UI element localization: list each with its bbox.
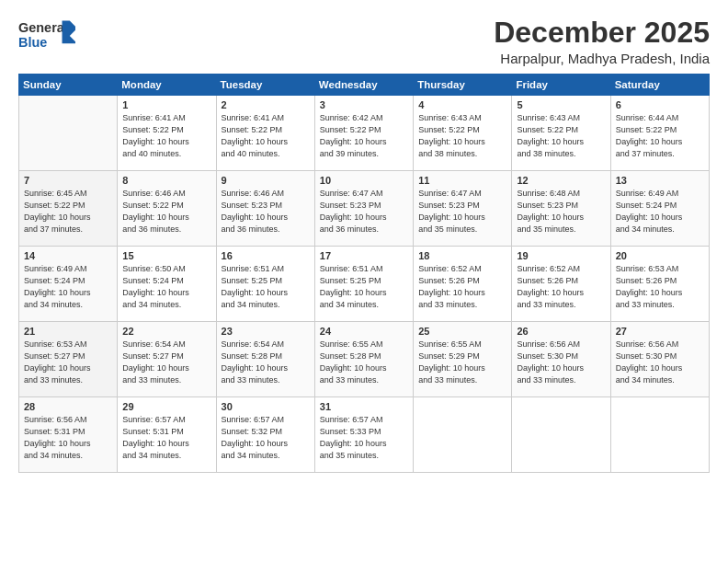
header-cell-thursday: Thursday bbox=[414, 75, 512, 96]
day-info: Sunrise: 6:42 AMSunset: 5:22 PMDaylight:… bbox=[320, 112, 408, 160]
day-number: 20 bbox=[616, 250, 704, 261]
header-row: SundayMondayTuesdayWednesdayThursdayFrid… bbox=[19, 75, 710, 96]
day-number: 7 bbox=[24, 175, 112, 186]
day-info: Sunrise: 6:57 AMSunset: 5:31 PMDaylight:… bbox=[122, 414, 210, 462]
day-info: Sunrise: 6:57 AMSunset: 5:32 PMDaylight:… bbox=[222, 414, 310, 462]
day-number: 30 bbox=[222, 401, 310, 412]
day-info: Sunrise: 6:56 AMSunset: 5:30 PMDaylight:… bbox=[517, 339, 605, 386]
day-cell: 31Sunrise: 6:57 AMSunset: 5:33 PMDayligh… bbox=[314, 397, 413, 473]
day-info: Sunrise: 6:57 AMSunset: 5:33 PMDaylight:… bbox=[320, 414, 408, 462]
page: General Blue December 2025 Harpalpur, Ma… bbox=[0, 0, 728, 563]
day-number: 11 bbox=[418, 175, 506, 186]
day-info: Sunrise: 6:53 AMSunset: 5:27 PMDaylight:… bbox=[24, 339, 112, 386]
day-number: 23 bbox=[222, 326, 310, 337]
week-row-4: 21Sunrise: 6:53 AMSunset: 5:27 PMDayligh… bbox=[19, 322, 710, 397]
day-cell: 24Sunrise: 6:55 AMSunset: 5:28 PMDayligh… bbox=[314, 322, 413, 397]
day-number: 3 bbox=[320, 99, 408, 110]
day-number: 9 bbox=[222, 175, 310, 186]
day-cell: 5Sunrise: 6:43 AMSunset: 5:22 PMDaylight… bbox=[512, 96, 610, 171]
day-number: 1 bbox=[122, 99, 210, 110]
calendar-table: SundayMondayTuesdayWednesdayThursdayFrid… bbox=[18, 74, 710, 473]
day-number: 13 bbox=[616, 175, 704, 186]
header-cell-wednesday: Wednesday bbox=[314, 75, 413, 96]
day-info: Sunrise: 6:56 AMSunset: 5:30 PMDaylight:… bbox=[616, 339, 704, 386]
day-info: Sunrise: 6:49 AMSunset: 5:24 PMDaylight:… bbox=[24, 263, 112, 311]
day-info: Sunrise: 6:43 AMSunset: 5:22 PMDaylight:… bbox=[418, 112, 506, 160]
day-number: 26 bbox=[517, 326, 605, 337]
day-cell: 6Sunrise: 6:44 AMSunset: 5:22 PMDaylight… bbox=[610, 96, 709, 171]
day-number: 5 bbox=[517, 99, 605, 110]
day-cell bbox=[414, 397, 512, 473]
day-cell: 12Sunrise: 6:48 AMSunset: 5:23 PMDayligh… bbox=[512, 171, 610, 247]
day-number: 31 bbox=[320, 401, 408, 412]
week-row-3: 14Sunrise: 6:49 AMSunset: 5:24 PMDayligh… bbox=[19, 247, 710, 322]
day-number: 10 bbox=[320, 175, 408, 186]
day-number: 17 bbox=[320, 250, 408, 261]
day-cell: 22Sunrise: 6:54 AMSunset: 5:27 PMDayligh… bbox=[118, 322, 216, 397]
day-info: Sunrise: 6:51 AMSunset: 5:25 PMDaylight:… bbox=[320, 263, 408, 311]
day-cell: 7Sunrise: 6:45 AMSunset: 5:22 PMDaylight… bbox=[19, 171, 118, 247]
day-info: Sunrise: 6:49 AMSunset: 5:24 PMDaylight:… bbox=[616, 188, 704, 236]
week-row-1: 1Sunrise: 6:41 AMSunset: 5:22 PMDaylight… bbox=[19, 96, 710, 171]
day-info: Sunrise: 6:41 AMSunset: 5:22 PMDaylight:… bbox=[222, 112, 310, 160]
day-info: Sunrise: 6:55 AMSunset: 5:29 PMDaylight:… bbox=[418, 339, 506, 386]
day-info: Sunrise: 6:41 AMSunset: 5:22 PMDaylight:… bbox=[122, 112, 210, 160]
day-cell: 19Sunrise: 6:52 AMSunset: 5:26 PMDayligh… bbox=[512, 247, 610, 322]
day-info: Sunrise: 6:48 AMSunset: 5:23 PMDaylight:… bbox=[517, 188, 605, 236]
header-cell-sunday: Sunday bbox=[19, 75, 118, 96]
day-cell: 11Sunrise: 6:47 AMSunset: 5:23 PMDayligh… bbox=[414, 171, 512, 247]
day-info: Sunrise: 6:56 AMSunset: 5:31 PMDaylight:… bbox=[24, 414, 112, 462]
day-number: 12 bbox=[517, 175, 605, 186]
day-number: 6 bbox=[616, 99, 704, 110]
day-info: Sunrise: 6:51 AMSunset: 5:25 PMDaylight:… bbox=[222, 263, 310, 311]
day-cell: 18Sunrise: 6:52 AMSunset: 5:26 PMDayligh… bbox=[414, 247, 512, 322]
day-cell: 8Sunrise: 6:46 AMSunset: 5:22 PMDaylight… bbox=[118, 171, 216, 247]
header-cell-tuesday: Tuesday bbox=[216, 75, 314, 96]
day-cell bbox=[610, 397, 709, 473]
logo: General Blue bbox=[18, 17, 77, 52]
header-cell-saturday: Saturday bbox=[610, 75, 709, 96]
svg-marker-2 bbox=[63, 21, 75, 44]
day-number: 29 bbox=[122, 401, 210, 412]
week-row-5: 28Sunrise: 6:56 AMSunset: 5:31 PMDayligh… bbox=[19, 397, 710, 473]
day-info: Sunrise: 6:45 AMSunset: 5:22 PMDaylight:… bbox=[24, 188, 112, 236]
day-info: Sunrise: 6:44 AMSunset: 5:22 PMDaylight:… bbox=[616, 112, 704, 160]
header-cell-monday: Monday bbox=[118, 75, 216, 96]
day-number: 14 bbox=[24, 250, 112, 261]
day-info: Sunrise: 6:54 AMSunset: 5:27 PMDaylight:… bbox=[122, 339, 210, 386]
day-cell: 14Sunrise: 6:49 AMSunset: 5:24 PMDayligh… bbox=[19, 247, 118, 322]
svg-text:General: General bbox=[18, 20, 68, 35]
week-row-2: 7Sunrise: 6:45 AMSunset: 5:22 PMDaylight… bbox=[19, 171, 710, 247]
logo-icon: General Blue bbox=[18, 17, 75, 52]
day-cell: 4Sunrise: 6:43 AMSunset: 5:22 PMDaylight… bbox=[414, 96, 512, 171]
title-block: December 2025 Harpalpur, Madhya Pradesh,… bbox=[494, 17, 710, 66]
day-number: 4 bbox=[418, 99, 506, 110]
day-cell: 30Sunrise: 6:57 AMSunset: 5:32 PMDayligh… bbox=[216, 397, 314, 473]
day-cell: 16Sunrise: 6:51 AMSunset: 5:25 PMDayligh… bbox=[216, 247, 314, 322]
day-number: 22 bbox=[122, 326, 210, 337]
day-number: 24 bbox=[320, 326, 408, 337]
svg-text:Blue: Blue bbox=[18, 35, 47, 50]
day-cell: 10Sunrise: 6:47 AMSunset: 5:23 PMDayligh… bbox=[314, 171, 413, 247]
day-cell: 26Sunrise: 6:56 AMSunset: 5:30 PMDayligh… bbox=[512, 322, 610, 397]
day-number: 21 bbox=[24, 326, 112, 337]
day-info: Sunrise: 6:47 AMSunset: 5:23 PMDaylight:… bbox=[320, 188, 408, 236]
day-number: 25 bbox=[418, 326, 506, 337]
day-number: 8 bbox=[122, 175, 210, 186]
day-info: Sunrise: 6:52 AMSunset: 5:26 PMDaylight:… bbox=[517, 263, 605, 311]
day-number: 19 bbox=[517, 250, 605, 261]
day-cell: 13Sunrise: 6:49 AMSunset: 5:24 PMDayligh… bbox=[610, 171, 709, 247]
day-cell: 29Sunrise: 6:57 AMSunset: 5:31 PMDayligh… bbox=[118, 397, 216, 473]
day-cell: 21Sunrise: 6:53 AMSunset: 5:27 PMDayligh… bbox=[19, 322, 118, 397]
day-number: 28 bbox=[24, 401, 112, 412]
day-number: 27 bbox=[616, 326, 704, 337]
day-info: Sunrise: 6:47 AMSunset: 5:23 PMDaylight:… bbox=[418, 188, 506, 236]
location-title: Harpalpur, Madhya Pradesh, India bbox=[494, 51, 710, 66]
day-cell: 28Sunrise: 6:56 AMSunset: 5:31 PMDayligh… bbox=[19, 397, 118, 473]
day-cell: 9Sunrise: 6:46 AMSunset: 5:23 PMDaylight… bbox=[216, 171, 314, 247]
day-info: Sunrise: 6:50 AMSunset: 5:24 PMDaylight:… bbox=[122, 263, 210, 311]
day-number: 2 bbox=[222, 99, 310, 110]
day-cell: 20Sunrise: 6:53 AMSunset: 5:26 PMDayligh… bbox=[610, 247, 709, 322]
day-cell: 1Sunrise: 6:41 AMSunset: 5:22 PMDaylight… bbox=[118, 96, 216, 171]
day-cell: 27Sunrise: 6:56 AMSunset: 5:30 PMDayligh… bbox=[610, 322, 709, 397]
